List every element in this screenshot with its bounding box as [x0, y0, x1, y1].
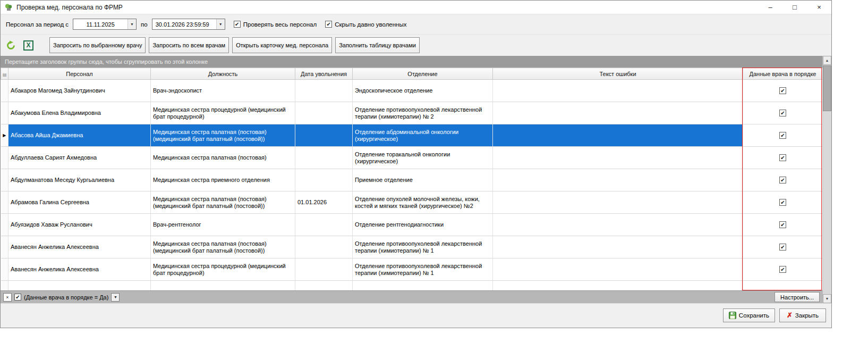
cell-department[interactable]: Отделение торакальной онкологии (хирурги…	[353, 147, 493, 169]
cell-personal[interactable]: Абакумова Елена Владимировна	[8, 102, 151, 124]
table-row[interactable]	[1, 281, 823, 291]
cell-dismissal-date[interactable]	[295, 124, 353, 147]
check-all-checkbox[interactable]: ✔	[234, 21, 241, 28]
excel-export-button[interactable]: X	[21, 38, 36, 53]
cell-data-ok[interactable]: ✔	[743, 214, 823, 236]
refresh-button[interactable]	[4, 38, 18, 53]
table-row[interactable]: ▶ Абасова Айша Джамиевна Медицинская сес…	[1, 124, 823, 147]
cell-error-text[interactable]	[493, 191, 743, 214]
cell-error-text[interactable]	[493, 281, 743, 291]
row-indicator-header[interactable]: ▤	[1, 68, 8, 80]
cell-data-ok[interactable]: ✔	[743, 147, 823, 169]
cell-personal[interactable]: Абакаров Магомед Зайнутдинович	[8, 80, 151, 102]
minimize-button[interactable]: –	[758, 1, 782, 14]
data-ok-checkbox[interactable]: ✔	[779, 132, 786, 139]
cell-department[interactable]: Отделение противоопухолевой лекарственно…	[353, 102, 493, 124]
cell-department[interactable]: Отделение рентгенодиагностики	[353, 214, 493, 236]
cell-position[interactable]: Медицинская сестра процедурной (медицинс…	[151, 102, 295, 124]
cell-dismissal-date[interactable]: 01.01.2026	[295, 191, 353, 214]
cell-personal[interactable]: Абуязидов Хаваж Русланович	[8, 214, 151, 236]
cell-dismissal-date[interactable]	[295, 80, 353, 102]
cell-dismissal-date[interactable]	[295, 147, 353, 169]
vertical-scrollbar[interactable]: ▲ ▼	[822, 56, 831, 303]
cell-personal[interactable]: Абасова Айша Джамиевна	[8, 124, 151, 147]
close-button[interactable]: ✗ Закрыть	[779, 308, 826, 322]
hide-dismissed-checkbox[interactable]: ✔	[325, 21, 332, 28]
cell-department[interactable]: Отделение противоопухолевой лекарственно…	[353, 258, 493, 281]
cell-dismissal-date[interactable]	[295, 214, 353, 236]
cell-personal[interactable]: Абдуллаева Сарият Ахмедовна	[8, 147, 151, 169]
cell-dismissal-date[interactable]	[295, 281, 353, 291]
cell-position[interactable]: Медицинская сестра приемного отделения	[151, 169, 295, 191]
cell-department[interactable]: Отделение опухолей молочной железы, кожи…	[353, 191, 493, 214]
cell-data-ok[interactable]	[743, 281, 823, 291]
cell-position[interactable]	[151, 281, 295, 291]
scrollbar-thumb[interactable]	[823, 65, 831, 111]
column-header-position[interactable]: Должность	[151, 68, 295, 80]
cell-personal[interactable]	[8, 281, 151, 291]
cell-error-text[interactable]	[493, 214, 743, 236]
title-bar[interactable]: Проверка мед. персонала по ФРМР – □ ×	[1, 1, 831, 14]
filter-dropdown-button[interactable]: ▼	[111, 293, 120, 302]
cell-error-text[interactable]	[493, 102, 743, 124]
cell-data-ok[interactable]: ✔	[743, 80, 823, 102]
table-row[interactable]: Абакумова Елена Владимировна Медицинская…	[1, 102, 823, 124]
cell-error-text[interactable]	[493, 80, 743, 102]
scroll-down-button[interactable]: ▼	[823, 294, 831, 303]
request-all-doctors-button[interactable]: Запросить по всем врачам	[149, 37, 229, 53]
open-personnel-card-button[interactable]: Открыть карточку мед. персонала	[232, 37, 332, 53]
data-ok-checkbox[interactable]: ✔	[779, 221, 786, 228]
cell-data-ok[interactable]: ✔	[743, 102, 823, 124]
cell-department[interactable]: Отделение противоопухолевой лекарственно…	[353, 236, 493, 258]
cell-position[interactable]: Медицинская сестра палатная (постовая) (…	[151, 191, 295, 214]
cell-position[interactable]: Медицинская сестра палатная (постовая)	[151, 147, 295, 169]
cell-department[interactable]: Приемное отделение	[353, 169, 493, 191]
cell-dismissal-date[interactable]	[295, 102, 353, 124]
cell-position[interactable]: Медицинская сестра палатная (постовая) (…	[151, 236, 295, 258]
data-ok-checkbox[interactable]: ✔	[779, 177, 786, 183]
column-header-dismissal-date[interactable]: Дата увольнения	[295, 68, 353, 80]
column-header-error-text[interactable]: Текст ошибки	[493, 68, 743, 80]
cell-department[interactable]	[353, 281, 493, 291]
scrollbar-track[interactable]	[823, 65, 831, 294]
cell-dismissal-date[interactable]	[295, 258, 353, 281]
table-row[interactable]: Абдуллаева Сарият Ахмедовна Медицинская …	[1, 147, 823, 169]
cell-personal[interactable]: Аванесян Анжелика Алексеевна	[8, 258, 151, 281]
table-row[interactable]: Аванесян Анжелика Алексеевна Медицинская…	[1, 258, 823, 281]
save-button[interactable]: Сохранить	[723, 308, 775, 322]
table-row[interactable]: Абдулманатова Меседу Кургьалиевна Медици…	[1, 169, 823, 191]
cell-position[interactable]: Врач-рентгенолог	[151, 214, 295, 236]
column-header-data-ok[interactable]: Данные врача в порядке	[743, 68, 823, 80]
cell-personal[interactable]: Абдулманатова Меседу Кургьалиевна	[8, 169, 151, 191]
cell-position[interactable]: Медицинская сестра процедурной (медицинс…	[151, 258, 295, 281]
filter-close-button[interactable]: ×	[3, 293, 12, 302]
column-header-personal[interactable]: Персонал	[8, 68, 151, 80]
cell-personal[interactable]: Аванесян Анжелика Алексеевна	[8, 236, 151, 258]
cell-position[interactable]: Медицинская сестра палатная (постовая) (…	[151, 124, 295, 147]
cell-error-text[interactable]	[493, 124, 743, 147]
close-window-button[interactable]: ×	[807, 1, 831, 14]
data-ok-checkbox[interactable]: ✔	[779, 244, 786, 251]
maximize-button[interactable]: □	[782, 1, 807, 14]
cell-error-text[interactable]	[493, 169, 743, 191]
check-all-personnel-option[interactable]: ✔ Проверять весь персонал	[234, 21, 317, 28]
chevron-down-icon[interactable]: ▼	[216, 19, 225, 29]
scroll-up-button[interactable]: ▲	[823, 56, 831, 65]
cell-department[interactable]: Эндоскопическое отделение	[353, 80, 493, 102]
customize-filter-button[interactable]: Настроить...	[775, 292, 820, 302]
cell-error-text[interactable]	[493, 258, 743, 281]
cell-data-ok[interactable]: ✔	[743, 191, 823, 214]
cell-dismissal-date[interactable]	[295, 236, 353, 258]
date-from-combo[interactable]: 11.11.2025 ▼	[73, 19, 137, 30]
group-by-panel[interactable]: Перетащите заголовок группы сюда, чтобы …	[1, 56, 822, 68]
table-row[interactable]: Абрамова Галина Сергеевна Медицинская се…	[1, 191, 823, 214]
data-ok-checkbox[interactable]: ✔	[779, 266, 786, 273]
data-ok-checkbox[interactable]: ✔	[779, 87, 786, 94]
data-ok-checkbox[interactable]: ✔	[779, 199, 786, 206]
table-row[interactable]: Абуязидов Хаваж Русланович Врач-рентгено…	[1, 214, 823, 236]
table-row[interactable]: Аванесян Анжелика Алексеевна Медицинская…	[1, 236, 823, 258]
cell-error-text[interactable]	[493, 236, 743, 258]
cell-data-ok[interactable]: ✔	[743, 236, 823, 258]
cell-data-ok[interactable]: ✔	[743, 258, 823, 281]
cell-dismissal-date[interactable]	[295, 169, 353, 191]
